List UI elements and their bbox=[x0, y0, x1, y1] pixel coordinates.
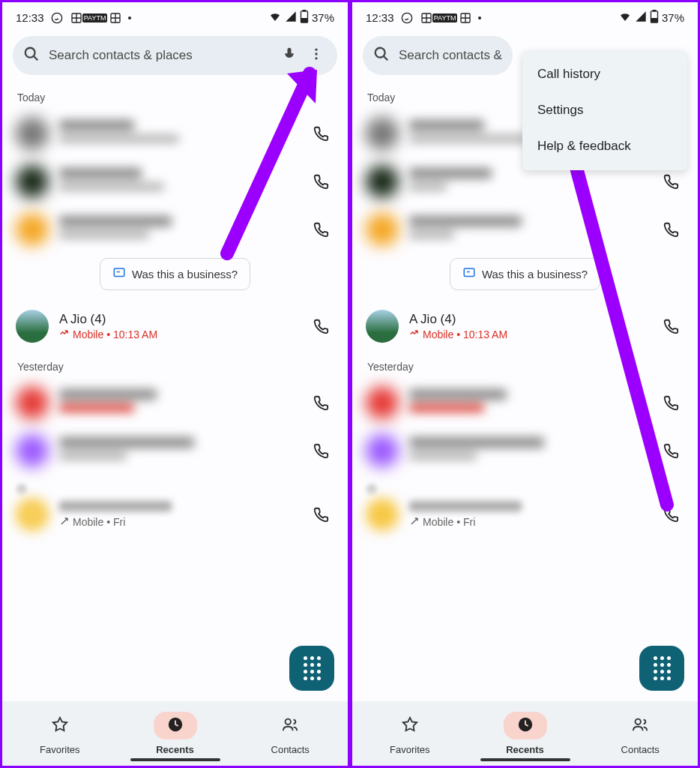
svg-rect-18 bbox=[651, 19, 657, 22]
business-chip[interactable]: Was this a business? bbox=[450, 258, 600, 290]
search-placeholder: Search contacts & places bbox=[399, 48, 502, 63]
svg-point-6 bbox=[25, 48, 35, 58]
call-meta: Mobile • Fri bbox=[409, 516, 647, 529]
battery-pct: 37% bbox=[312, 11, 334, 24]
overflow-menu: Call history Settings Help & feedback bbox=[522, 50, 687, 170]
call-row-older[interactable]: Mobile • Fri bbox=[352, 495, 698, 538]
dialpad-fab[interactable] bbox=[289, 646, 334, 691]
status-time: 12:33 bbox=[16, 11, 44, 24]
menu-call-history[interactable]: Call history bbox=[522, 56, 687, 92]
svg-point-0 bbox=[52, 13, 61, 22]
call-button[interactable] bbox=[307, 389, 334, 416]
svg-point-13 bbox=[402, 13, 411, 22]
call-name: A Jio (4) bbox=[59, 312, 297, 327]
call-row-older[interactable]: A Mobile • Fri bbox=[2, 495, 348, 538]
call-row-blurred[interactable] bbox=[2, 110, 348, 158]
svg-rect-4 bbox=[303, 10, 306, 11]
dialpad-fab[interactable] bbox=[639, 646, 684, 691]
battery-icon bbox=[650, 10, 659, 26]
call-row-blurred[interactable] bbox=[2, 379, 348, 427]
search-bar[interactable]: Search contacts & places bbox=[13, 36, 337, 75]
section-older: O bbox=[352, 475, 698, 495]
svg-point-7 bbox=[315, 49, 317, 51]
search-bar[interactable]: Search contacts & places bbox=[363, 36, 513, 75]
call-button[interactable] bbox=[307, 313, 334, 340]
gesture-bar bbox=[480, 758, 570, 761]
star-icon bbox=[402, 716, 418, 735]
app-icon-2 bbox=[109, 11, 122, 25]
status-time: 12:33 bbox=[366, 11, 394, 24]
call-meta: Mobile • 10:13 AM bbox=[59, 328, 297, 341]
call-name: A Jio (4) bbox=[409, 312, 647, 327]
svg-point-9 bbox=[315, 57, 317, 59]
call-button[interactable] bbox=[657, 313, 684, 340]
phone-left: 12:33 PAYTM 37% Search contacts & places… bbox=[0, 0, 350, 768]
paytm-icon: PAYTM bbox=[89, 11, 103, 25]
paytm-icon: PAYTM bbox=[439, 11, 453, 25]
nav-favorites[interactable]: Favorites bbox=[2, 701, 118, 766]
star-icon bbox=[52, 716, 68, 735]
call-row-blurred[interactable] bbox=[352, 427, 698, 475]
bottom-nav: Favorites Recents Contacts bbox=[352, 701, 698, 766]
nav-contacts[interactable]: Contacts bbox=[582, 701, 698, 766]
wifi-icon bbox=[618, 10, 632, 26]
more-icon[interactable] bbox=[306, 46, 327, 64]
call-meta: Mobile • Fri bbox=[59, 516, 297, 529]
svg-point-8 bbox=[315, 52, 317, 55]
call-button[interactable] bbox=[657, 216, 684, 243]
section-older: O bbox=[2, 475, 348, 495]
call-row-blurred[interactable] bbox=[352, 206, 698, 254]
avatar bbox=[366, 310, 399, 343]
missed-call-icon bbox=[59, 328, 70, 341]
menu-settings[interactable]: Settings bbox=[522, 92, 687, 128]
call-row-blurred[interactable] bbox=[2, 158, 348, 206]
mic-icon[interactable] bbox=[282, 46, 297, 64]
battery-icon bbox=[300, 10, 309, 26]
nav-recents[interactable]: Recents bbox=[468, 701, 583, 766]
phone-right: 12:33 PAYTM 37% Search contacts & places… bbox=[350, 0, 700, 768]
svg-point-12 bbox=[286, 719, 291, 724]
call-row-blurred[interactable] bbox=[2, 427, 348, 475]
business-chip[interactable]: Was this a business? bbox=[100, 258, 250, 290]
call-button[interactable] bbox=[307, 437, 334, 464]
call-button[interactable] bbox=[307, 120, 334, 147]
store-icon bbox=[112, 266, 126, 282]
call-button[interactable] bbox=[657, 389, 684, 416]
section-yesterday: Yesterday bbox=[2, 350, 348, 379]
battery-pct: 37% bbox=[662, 11, 684, 24]
signal-icon bbox=[635, 10, 647, 25]
svg-rect-5 bbox=[301, 19, 307, 22]
signal-icon bbox=[285, 10, 297, 25]
missed-call-icon bbox=[409, 328, 420, 341]
menu-help[interactable]: Help & feedback bbox=[522, 128, 687, 164]
svg-rect-17 bbox=[653, 10, 656, 11]
call-button[interactable] bbox=[657, 437, 684, 464]
call-row-ajio[interactable]: A Jio (4) Mobile • 10:13 AM bbox=[2, 302, 348, 350]
call-row-blurred[interactable] bbox=[352, 379, 698, 427]
store-icon bbox=[462, 266, 476, 282]
call-button[interactable] bbox=[657, 168, 684, 195]
call-button[interactable] bbox=[307, 216, 334, 243]
status-bar: 12:33 PAYTM 37% bbox=[352, 2, 698, 30]
outgoing-call-icon bbox=[59, 516, 70, 529]
status-overflow-dot bbox=[478, 16, 481, 20]
app-icon-1 bbox=[420, 11, 433, 25]
nav-favorites[interactable]: Favorites bbox=[352, 701, 468, 766]
outgoing-call-icon bbox=[409, 516, 420, 529]
whatsapp-icon bbox=[400, 11, 414, 25]
call-row-ajio[interactable]: A Jio (4) Mobile • 10:13 AM bbox=[352, 302, 698, 350]
search-icon bbox=[23, 46, 40, 65]
call-meta: Mobile • 10:13 AM bbox=[409, 328, 647, 341]
call-row-blurred[interactable] bbox=[2, 206, 348, 254]
dialpad-icon bbox=[654, 656, 671, 680]
status-overflow-dot bbox=[128, 16, 131, 20]
call-button[interactable] bbox=[657, 501, 684, 528]
call-button[interactable] bbox=[307, 501, 334, 528]
clock-icon bbox=[517, 716, 534, 735]
bottom-nav: Favorites Recents Contacts bbox=[2, 701, 348, 766]
call-button[interactable] bbox=[307, 168, 334, 195]
people-icon bbox=[632, 716, 648, 735]
nav-contacts[interactable]: Contacts bbox=[232, 701, 348, 766]
dialpad-icon bbox=[304, 656, 321, 680]
nav-recents[interactable]: Recents bbox=[118, 701, 233, 766]
